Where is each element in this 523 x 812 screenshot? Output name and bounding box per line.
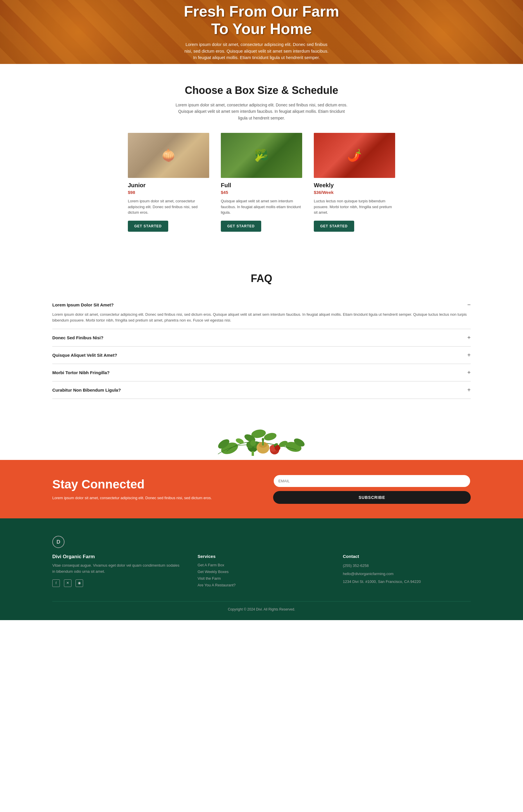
footer-social: f ✕ ◉ xyxy=(52,579,180,587)
box-name-full: Full xyxy=(221,182,302,189)
instagram-icon[interactable]: ◉ xyxy=(75,579,83,587)
box-name-junior: Junior xyxy=(128,182,209,189)
hero-content: Fresh From Our Farm To Your Home Lorem i… xyxy=(184,3,339,61)
hero-title: Fresh From Our Farm To Your Home xyxy=(184,3,339,38)
box-desc-full: Quisque aliquet velit sit amet sem inter… xyxy=(221,198,302,215)
box-desc-junior: Lorem ipsum dolor sit amet, consectetur … xyxy=(128,198,209,215)
faq-item-1: Donec Sed Finibus Nisi? + xyxy=(52,329,471,347)
newsletter-left: Stay Connected Lorem ipsum dolor sit ame… xyxy=(52,478,250,501)
box-price-junior: $98 xyxy=(128,190,209,195)
newsletter-right: SUBSCRIBE xyxy=(273,475,471,504)
footer-link-restaurant[interactable]: Are You A Restaurant? xyxy=(198,583,325,587)
email-input[interactable] xyxy=(273,475,471,488)
faq-icon-0: − xyxy=(467,301,471,308)
footer-col-services: Services Get A Farm Box Get Weekly Boxes… xyxy=(198,554,325,589)
faq-q-text-1: Donec Sed Finibus Nisi? xyxy=(52,335,104,340)
box-price-weekly: $36/Week xyxy=(314,190,395,195)
newsletter-desc: Lorem ipsum dolor sit amet, consectetur … xyxy=(52,495,250,501)
box-card-junior: 🧅 Junior $98 Lorem ipsum dolor sit amet,… xyxy=(128,133,209,232)
faq-title: FAQ xyxy=(52,272,471,285)
box-image-junior: 🧅 xyxy=(128,133,209,178)
footer-link-weekly-boxes[interactable]: Get Weekly Boxes xyxy=(198,569,325,574)
faq-item-3: Morbi Tortor Nibh Fringilla? + xyxy=(52,364,471,382)
faq-icon-3: + xyxy=(467,369,471,376)
faq-question-0[interactable]: Lorem Ipsum Dolor Sit Amet? − xyxy=(52,301,471,308)
footer-email: hello@diviorganicfarming.com xyxy=(343,571,471,577)
faq-icon-4: + xyxy=(467,387,471,393)
box-name-weekly: Weekly xyxy=(314,182,395,189)
footer-about-text: Vitae consequat augue. Vivamus eget dolo… xyxy=(52,563,180,575)
footer-logo-row: D xyxy=(52,536,471,548)
get-started-full[interactable]: GET STARTED xyxy=(221,220,261,232)
faq-icon-2: + xyxy=(467,352,471,358)
footer-logo: D xyxy=(52,536,65,548)
faq-question-2[interactable]: Quisque Aliquet Velit Sit Amet? + xyxy=(52,352,471,358)
hero-subtitle: Lorem ipsum dolor sit amet, consectetur … xyxy=(184,41,329,61)
faq-item-0: Lorem Ipsum Dolor Sit Amet? − Lorem ipsu… xyxy=(52,296,471,330)
faq-answer-0: Lorem ipsum dolor sit amet, consectetur … xyxy=(52,312,471,324)
faq-question-3[interactable]: Morbi Tortor Nibh Fringilla? + xyxy=(52,369,471,376)
subscribe-button[interactable]: SUBSCRIBE xyxy=(273,491,471,504)
faq-q-text-0: Lorem Ipsum Dolor Sit Amet? xyxy=(52,302,114,307)
boxes-section: Choose a Box Size & Schedule Lorem ipsum… xyxy=(0,64,523,252)
faq-item-2: Quisque Aliquet Velit Sit Amet? + xyxy=(52,347,471,364)
newsletter-section: Stay Connected Lorem ipsum dolor sit ame… xyxy=(0,460,523,518)
faq-question-1[interactable]: Donec Sed Finibus Nisi? + xyxy=(52,334,471,341)
facebook-icon[interactable]: f xyxy=(52,579,60,587)
svg-point-10 xyxy=(250,440,256,446)
footer-address: 1234 Divi St. #1000, San Francisco, CA 9… xyxy=(343,579,471,585)
box-image-weekly: 🌶️ xyxy=(314,133,395,178)
veggie-illustration xyxy=(0,419,523,460)
faq-question-4[interactable]: Curabitur Non Bibendum Ligula? + xyxy=(52,387,471,393)
boxes-grid: 🧅 Junior $98 Lorem ipsum dolor sit amet,… xyxy=(52,133,471,232)
footer-col-contact: Contact (255) 352-6258 hello@diviorganic… xyxy=(343,554,471,589)
box-card-weekly: 🌶️ Weekly $36/Week Luctus lectus non qui… xyxy=(314,133,395,232)
newsletter-title: Stay Connected xyxy=(52,478,250,491)
hero-section: Fresh From Our Farm To Your Home Lorem i… xyxy=(0,0,523,64)
footer-brand-name: Divi Organic Farm xyxy=(52,554,180,560)
faq-item-4: Curabitur Non Bibendum Ligula? + xyxy=(52,382,471,399)
newsletter-wrapper: Stay Connected Lorem ipsum dolor sit ame… xyxy=(0,419,523,518)
svg-rect-11 xyxy=(252,451,254,456)
box-image-full: 🥦 xyxy=(221,133,302,178)
faq-q-text-3: Morbi Tortor Nibh Fringilla? xyxy=(52,370,110,375)
footer-phone: (255) 352-6258 xyxy=(343,563,471,569)
svg-point-15 xyxy=(262,438,264,441)
footer-link-farm-box[interactable]: Get A Farm Box xyxy=(198,563,325,567)
faq-icon-1: + xyxy=(467,334,471,341)
get-started-weekly[interactable]: GET STARTED xyxy=(314,220,354,232)
footer: D Divi Organic Farm Vitae consequat augu… xyxy=(0,518,523,620)
faq-q-text-4: Curabitur Non Bibendum Ligula? xyxy=(52,388,121,392)
twitter-x-icon[interactable]: ✕ xyxy=(64,579,71,587)
box-desc-weekly: Luctus lectus non quisque turpis bibendu… xyxy=(314,198,395,215)
boxes-section-desc: Lorem ipsum dolor sit amet, consectetur … xyxy=(174,102,349,121)
footer-link-visit-farm[interactable]: Visit the Farm xyxy=(198,576,325,581)
footer-col-about: Divi Organic Farm Vitae consequat augue.… xyxy=(52,554,180,589)
boxes-section-title: Choose a Box Size & Schedule xyxy=(52,84,471,96)
box-price-full: $45 xyxy=(221,190,302,195)
footer-copyright: Copyright © 2024 Divi. All Rights Reserv… xyxy=(52,607,471,612)
box-card-full: 🥦 Full $45 Quisque aliquet velit sit ame… xyxy=(221,133,302,232)
svg-point-21 xyxy=(235,438,245,445)
faq-section: FAQ Lorem Ipsum Dolor Sit Amet? − Lorem … xyxy=(0,252,523,420)
footer-services-title: Services xyxy=(198,554,325,559)
veggie-svg xyxy=(212,425,311,460)
faq-q-text-2: Quisque Aliquet Velit Sit Amet? xyxy=(52,353,117,358)
footer-grid: Divi Organic Farm Vitae consequat augue.… xyxy=(52,554,471,589)
get-started-junior[interactable]: GET STARTED xyxy=(128,220,168,232)
footer-contact-title: Contact xyxy=(343,554,471,559)
